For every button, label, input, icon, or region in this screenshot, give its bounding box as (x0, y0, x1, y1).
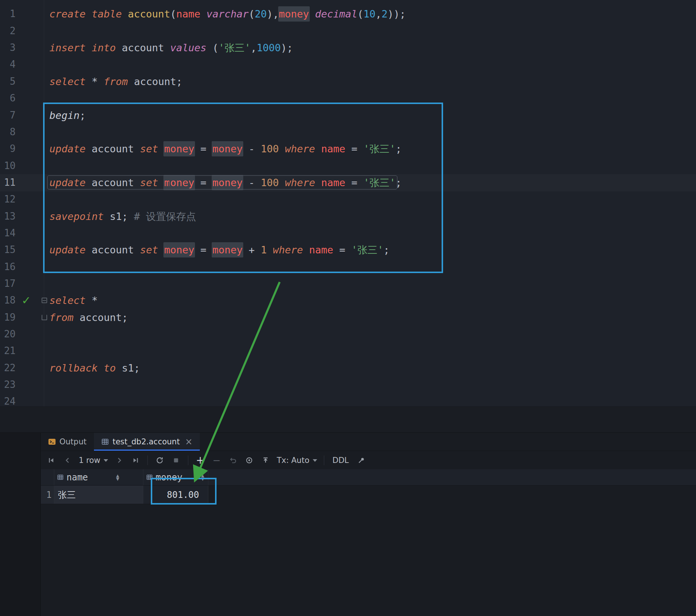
code-token (303, 244, 309, 256)
sort-icon[interactable]: ▲▼ (116, 474, 119, 481)
code-line-15[interactable]: update account set money = money + 1 whe… (49, 241, 390, 258)
code-token (267, 244, 273, 256)
cell-name[interactable]: 张三 (54, 486, 143, 504)
current-statement-outline: update account set money = money - 100 w… (49, 177, 396, 188)
code-line-1[interactable]: create table account(name varchar(20),mo… (49, 6, 406, 22)
code-line-19[interactable]: from account; (49, 309, 128, 326)
line-number: 18 (0, 292, 16, 309)
code-token (134, 177, 140, 188)
code-token (134, 143, 140, 155)
code-token: = (333, 244, 351, 256)
line-number: 22 (0, 360, 16, 376)
code-token: - (243, 177, 261, 188)
tab-output[interactable]: Output (41, 433, 94, 451)
close-icon[interactable]: × (185, 437, 192, 446)
code-token (134, 244, 140, 256)
line-number: 10 (0, 158, 16, 174)
line-number: 17 (0, 275, 16, 292)
last-page-icon (131, 456, 140, 464)
column-header-name[interactable]: name▲▼ (54, 469, 143, 485)
code-token: = (194, 143, 212, 155)
last-page-button[interactable] (129, 454, 142, 467)
grid-corner-cell[interactable] (41, 469, 54, 485)
code-token (74, 312, 79, 323)
first-page-button[interactable] (45, 454, 58, 467)
code-token: where (285, 177, 315, 188)
code-token: ( (170, 8, 176, 20)
code-line-5[interactable]: select * from account; (49, 73, 182, 90)
code-token: name (309, 244, 333, 256)
code-token: 100 (261, 177, 279, 188)
code-line-9[interactable]: update account set money = money - 100 w… (49, 140, 401, 157)
stop-button[interactable] (169, 454, 183, 467)
row-number[interactable]: 1 (41, 486, 54, 504)
code-token: ; (383, 244, 389, 256)
code-token: values (170, 42, 206, 54)
code-token (86, 177, 92, 188)
add-row-button[interactable]: + (193, 454, 207, 467)
column-label: money (156, 472, 182, 483)
code-token: update (49, 244, 86, 256)
arrow-up-icon (261, 456, 270, 464)
reload-button[interactable] (153, 454, 166, 467)
previous-page-button[interactable] (61, 454, 74, 467)
code-token: 1000 (257, 42, 281, 54)
ddl-button[interactable]: DDL (329, 456, 352, 465)
plus-icon: + (196, 455, 205, 466)
chevron-down-icon (313, 459, 317, 462)
code-token: - (243, 143, 261, 155)
gutter: 123456789101112131415161718192021222324 (0, 0, 16, 406)
code-line-11[interactable]: update account set money = money - 100 w… (49, 174, 401, 191)
code-line-13[interactable]: savepoint s1; # 设置保存点 (49, 208, 196, 225)
code-line-22[interactable]: rollback to s1; (49, 360, 140, 376)
code-token: '张三' (351, 244, 384, 256)
next-page-button[interactable] (113, 454, 126, 467)
code-token: ( (249, 8, 255, 20)
code-token: 20 (255, 8, 267, 20)
code-token: update (49, 143, 86, 155)
code-token (128, 76, 134, 87)
code-token (309, 8, 315, 20)
column-grid-icon (146, 474, 153, 480)
sort-icon[interactable]: ▲▼ (201, 474, 204, 481)
submit-button[interactable] (243, 454, 256, 467)
success-check-icon: ✓ (22, 292, 31, 309)
line-number: 21 (0, 343, 16, 359)
editor-panel-divider[interactable] (0, 406, 696, 432)
cell-money[interactable]: 801.00 (143, 486, 208, 504)
upload-button[interactable] (259, 454, 272, 467)
sql-editor[interactable]: 123456789101112131415161718192021222324 … (0, 0, 696, 406)
code-area[interactable]: create table account(name varchar(20),mo… (49, 0, 696, 406)
toolbar-separator (324, 455, 324, 465)
code-line-7[interactable]: begin; (49, 107, 86, 124)
result-grid: name▲▼money▲▼ 1张三801.00 (41, 469, 696, 616)
code-token: select (49, 76, 86, 87)
code-token: * (86, 295, 98, 306)
code-token: name (321, 143, 345, 155)
code-line-18[interactable]: select * (49, 292, 98, 309)
revert-button[interactable] (226, 454, 240, 467)
code-token (315, 177, 321, 188)
delete-row-button[interactable]: − (210, 454, 223, 467)
chevron-down-icon (104, 459, 108, 462)
code-token: ; (79, 110, 85, 121)
code-line-3[interactable]: insert into account values ('张三',1000); (49, 39, 293, 56)
tx-mode-dropdown[interactable]: Tx: Auto (275, 456, 319, 465)
code-token: money (212, 141, 243, 156)
code-token: ; (396, 143, 401, 155)
column-header-money[interactable]: money▲▼ (143, 469, 208, 485)
code-token: account; (134, 76, 182, 87)
line-number: 11 (0, 174, 16, 191)
line-number: 14 (0, 225, 16, 241)
grid-header: name▲▼money▲▼ (41, 469, 696, 486)
statement-marker-icon (42, 315, 47, 320)
code-token: account (92, 143, 134, 155)
grid-toolbar: 1 row + − (41, 451, 696, 469)
tab-test-db2-account[interactable]: test_db2.account × (94, 433, 200, 451)
page-size-dropdown[interactable]: 1 row (77, 456, 110, 465)
code-token: account (128, 8, 170, 20)
pin-button[interactable] (355, 454, 368, 467)
code-token: rollback to (49, 362, 116, 374)
line-number: 1 (0, 6, 16, 22)
code-token: set (140, 244, 158, 256)
